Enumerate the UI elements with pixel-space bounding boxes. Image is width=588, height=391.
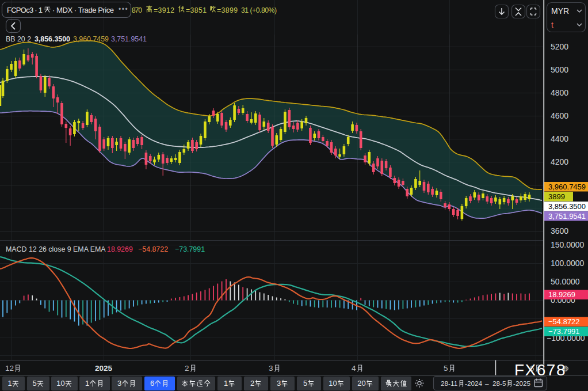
svg-text:=3912: =3912 <box>154 6 174 14</box>
svg-text:3,751.9541: 3,751.9541 <box>548 212 586 221</box>
svg-text:2: 2 <box>250 379 254 388</box>
svg-text:3,960.7459: 3,960.7459 <box>548 183 586 191</box>
svg-text:3: 3 <box>269 364 273 373</box>
svg-text:18.9269: 18.9269 <box>107 245 133 253</box>
svg-text:6: 6 <box>150 379 154 388</box>
svg-text:-2025: -2025 <box>513 379 531 388</box>
svg-text:18.9269: 18.9269 <box>548 290 575 299</box>
svg-text:28-11: 28-11 <box>441 379 457 388</box>
svg-text:−54.8722: −54.8722 <box>138 245 168 253</box>
svg-text:10: 10 <box>329 379 337 388</box>
svg-text:10: 10 <box>56 379 64 388</box>
svg-text:20: 20 <box>357 379 365 388</box>
svg-text:R: R <box>564 367 567 371</box>
svg-text:2: 2 <box>185 364 189 373</box>
svg-text:4400: 4400 <box>551 134 568 143</box>
svg-text:MACD 12 26 close 9 EMA EMA: MACD 12 26 close 9 EMA EMA <box>6 245 106 253</box>
svg-text:4600: 4600 <box>551 111 568 120</box>
svg-text:5: 5 <box>444 364 448 373</box>
svg-text:28-5: 28-5 <box>492 379 506 388</box>
svg-text:3,856.3500: 3,856.3500 <box>35 35 70 43</box>
svg-text:5: 5 <box>303 379 307 388</box>
svg-text:1: 1 <box>7 379 12 388</box>
svg-text:−54.8722: −54.8722 <box>548 317 580 326</box>
svg-text:1: 1 <box>224 379 228 388</box>
svg-text:4800: 4800 <box>551 88 568 97</box>
svg-text:3,751.9541: 3,751.9541 <box>111 35 147 43</box>
svg-text:2025: 2025 <box>95 364 113 373</box>
svg-text:· MDX · Trade Price: · MDX · Trade Price <box>52 6 114 14</box>
svg-text:t: t <box>551 20 553 29</box>
svg-text:−73.7991: −73.7991 <box>548 327 580 336</box>
svg-text:12: 12 <box>5 364 14 373</box>
svg-text:5000: 5000 <box>551 65 568 74</box>
svg-text:1: 1 <box>85 379 89 388</box>
svg-text:5200: 5200 <box>551 42 568 51</box>
svg-text:100.0000: 100.0000 <box>551 259 585 268</box>
svg-text:−73.7991: −73.7991 <box>175 245 205 253</box>
svg-text:3600: 3600 <box>551 226 568 236</box>
svg-text:150.0000: 150.0000 <box>551 240 585 249</box>
svg-text:-2024: -2024 <box>465 379 483 388</box>
svg-text:3,856.3500: 3,856.3500 <box>548 202 586 211</box>
svg-text:4: 4 <box>352 364 356 373</box>
svg-text:=3851: =3851 <box>186 6 207 14</box>
svg-text:=3899: =3899 <box>217 6 238 14</box>
svg-text:31 (+0.80%): 31 (+0.80%) <box>241 6 277 14</box>
svg-text:•••: ••• <box>119 5 128 13</box>
svg-text:–: – <box>485 379 489 388</box>
svg-text:BB 20 2: BB 20 2 <box>6 35 31 43</box>
svg-text:3: 3 <box>277 379 281 388</box>
svg-text:50.0000: 50.0000 <box>551 277 580 286</box>
svg-text:3,960.7459: 3,960.7459 <box>73 35 109 43</box>
svg-text:870: 870 <box>132 6 142 14</box>
svg-text:3: 3 <box>117 379 121 388</box>
svg-text:FCPOc3 · 1: FCPOc3 · 1 <box>7 6 43 14</box>
svg-text:3899: 3899 <box>548 192 565 201</box>
svg-text:4200: 4200 <box>551 157 568 166</box>
svg-text:MYR: MYR <box>551 6 569 16</box>
svg-text:5: 5 <box>32 379 36 388</box>
